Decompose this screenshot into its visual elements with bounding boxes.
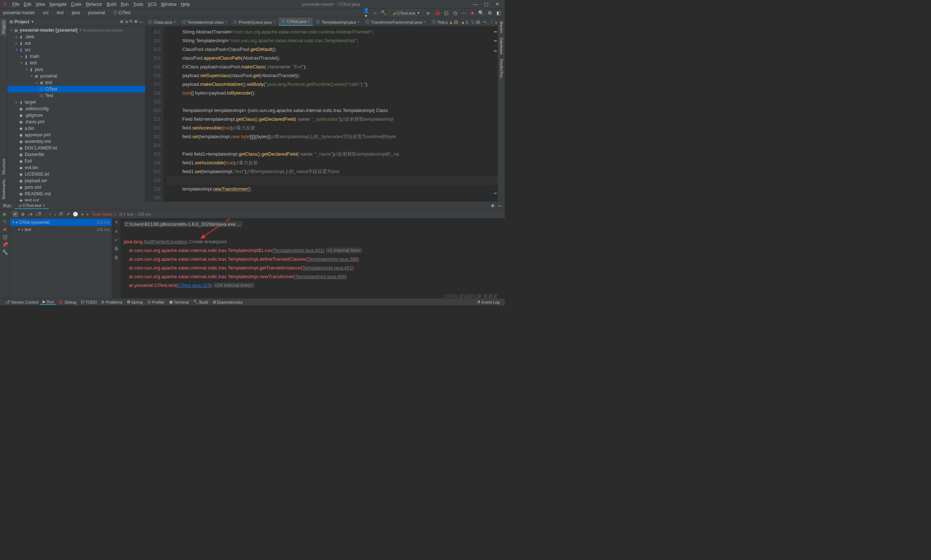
menu-file[interactable]: File: [10, 1, 22, 8]
minimize-button[interactable]: —: [470, 2, 481, 7]
scroll-bottom-icon[interactable]: ↡: [115, 229, 118, 234]
expand-all-icon[interactable]: ⇲: [125, 19, 128, 24]
debug-button[interactable]: 🐞: [434, 10, 441, 15]
error-stripe[interactable]: [493, 26, 497, 202]
close-tab-icon[interactable]: ×: [174, 20, 176, 24]
menu-run[interactable]: Run: [118, 1, 131, 8]
breadcrumb[interactable]: ysoserial-master〉src〉test〉java〉ysoserial…: [3, 10, 132, 16]
editor-tab[interactable]: ⒸTransformerFactoryImpl.java×: [363, 18, 429, 26]
settings-icon[interactable]: ✻: [134, 19, 137, 24]
search-icon[interactable]: 🔍: [478, 10, 485, 15]
tree-node[interactable]: ◉appveyor.yml: [7, 132, 145, 138]
menu-code[interactable]: Code: [69, 1, 84, 8]
bottom-tab-build[interactable]: 🔨Build: [191, 300, 210, 305]
wrench-icon[interactable]: 🔧: [2, 249, 8, 255]
tool-restful-tab[interactable]: RestfulToo...: [499, 57, 505, 83]
bottom-tab-debug[interactable]: 🐞Debug: [56, 300, 78, 305]
menu-view[interactable]: View: [34, 1, 47, 8]
close-tab-icon[interactable]: ×: [225, 20, 227, 24]
editor-tab[interactable]: ⒸClass.java×: [145, 18, 179, 26]
bottom-tab-dependencies[interactable]: ⊞Dependencies: [211, 300, 245, 305]
breadcrumb-item[interactable]: test: [57, 10, 64, 15]
show-passed-icon[interactable]: ✔: [12, 211, 18, 217]
editor-tab[interactable]: ⒸTemplatesImpl.class×: [179, 18, 231, 26]
sync-icon[interactable]: ↔: [372, 10, 378, 15]
select-opened-file-icon[interactable]: ⊕: [120, 19, 123, 24]
console-output[interactable]: C:\Users\91136\.jdks\corretto-1.8.0_332\…: [121, 218, 505, 298]
tree-node[interactable]: ◉a.bin: [7, 125, 145, 132]
soft-wrap-icon[interactable]: ↩: [115, 237, 118, 243]
breadcrumb-item[interactable]: ysoserial: [88, 10, 105, 15]
tree-node[interactable]: ⒸCiTest: [7, 86, 145, 92]
bottom-tab-terminal[interactable]: ▣Terminal: [167, 300, 191, 305]
stop-button[interactable]: ■: [4, 226, 6, 232]
code-content[interactable]: String AbstractTranslet="com.sun.org.apa…: [164, 26, 497, 202]
tree-node[interactable]: ▾▣ysoserial-master [ysoserial]F:\code\ys…: [7, 27, 145, 34]
tree-node[interactable]: ◉README.md: [7, 191, 145, 197]
test-node[interactable]: ▾ ● test126 ms: [10, 226, 112, 233]
menu-help[interactable]: Help: [179, 1, 192, 8]
build-icon[interactable]: 🔨: [380, 10, 387, 15]
tree-node[interactable]: ▸▮target: [7, 99, 145, 105]
maximize-button[interactable]: ▢: [481, 2, 492, 7]
tool-database-tab[interactable]: Database: [499, 35, 505, 57]
tree-node[interactable]: ◉DISCLAIMER.txt: [7, 145, 145, 151]
close-tab-icon[interactable]: ×: [273, 20, 275, 24]
clock-icon[interactable]: ⏱: [59, 212, 63, 217]
ide-updates-icon[interactable]: ◧: [496, 10, 502, 15]
user-icon[interactable]: 👤▾: [363, 8, 369, 18]
settings-icon[interactable]: ⚙: [486, 10, 493, 15]
expand-icon[interactable]: ↓: [54, 212, 56, 217]
bottom-tab-spring[interactable]: ✿Spring: [125, 300, 145, 305]
breadcrumb-item[interactable]: ysoserial-master: [3, 10, 35, 15]
tool-structure-tab[interactable]: Structure: [1, 156, 6, 177]
export-icon[interactable]: ↗: [66, 212, 70, 217]
bottom-tab-problems[interactable]: ⊘Problems: [99, 300, 125, 305]
run-hide-icon[interactable]: —: [497, 203, 502, 208]
close-tab-icon[interactable]: ×: [424, 20, 426, 24]
tree-node[interactable]: ◉evil.bin: [7, 165, 145, 171]
bottom-tab-profiler[interactable]: ◷Profiler: [145, 300, 167, 305]
collapse-icon[interactable]: ↑: [49, 212, 51, 217]
tree-node[interactable]: ◉payload.ser: [7, 177, 145, 184]
tree-node[interactable]: ▾▮java: [7, 66, 145, 73]
bottom-tab-version-control[interactable]: ⎇Version Control: [3, 300, 40, 305]
menu-navigate[interactable]: Navigate: [47, 1, 69, 8]
tree-node[interactable]: ▸▣test: [7, 79, 145, 86]
profile-icon[interactable]: ◷: [452, 10, 458, 15]
test-node[interactable]: ▾ ● CiTest (ysoserial)126 ms: [10, 218, 112, 226]
menu-edit[interactable]: Edit: [22, 1, 34, 8]
run-settings-icon[interactable]: ✻: [491, 203, 495, 208]
history-icon[interactable]: 🕙: [73, 212, 78, 217]
tree-node[interactable]: ◉pom.xml: [7, 184, 145, 191]
event-log-button[interactable]: ◔Event Log: [475, 300, 502, 305]
sort-alpha-icon[interactable]: ↓≡: [28, 212, 32, 217]
project-selector-dropdown[interactable]: ▼: [31, 20, 34, 24]
run-tab[interactable]: ◢CiTest.test×: [15, 202, 49, 209]
menu-tools[interactable]: Tools: [131, 1, 145, 8]
coverage-icon[interactable]: ◱: [443, 10, 449, 15]
hide-icon[interactable]: —: [139, 20, 143, 24]
tree-node[interactable]: ▸▮.idea: [7, 34, 145, 40]
tree-node[interactable]: ◉test.out: [7, 197, 145, 202]
menu-build[interactable]: Build: [105, 1, 118, 8]
bottom-tab-todo[interactable]: ☑TODO: [78, 300, 99, 305]
breadcrumb-item[interactable]: java: [72, 10, 80, 15]
attach-icon[interactable]: ⋯: [460, 10, 467, 15]
project-tree[interactable]: ▾▣ysoserial-master [ysoserial]F:\code\ys…: [7, 26, 145, 202]
rerun-failed-button[interactable]: ↻: [3, 219, 7, 225]
tool-project-tab[interactable]: Project: [1, 19, 6, 35]
scroll-top-icon[interactable]: ↟: [115, 220, 118, 225]
menu-refactor[interactable]: Refactor: [84, 1, 105, 8]
close-button[interactable]: ✕: [492, 2, 503, 7]
tree-node[interactable]: ◉.editorconfig: [7, 105, 145, 112]
project-view-icon[interactable]: ▤: [9, 19, 13, 24]
clear-icon[interactable]: 🗑: [114, 255, 118, 260]
layout-icon[interactable]: ◫: [3, 234, 7, 240]
tree-node[interactable]: ◉.gitignore: [7, 112, 145, 118]
tree-node[interactable]: ◉Evil: [7, 158, 145, 165]
sort-time-icon[interactable]: ↓⏱: [35, 212, 42, 217]
tool-maven-tab[interactable]: Maven: [499, 19, 505, 35]
editor-tab[interactable]: ⒸTemplatesImpl.java×: [313, 18, 363, 26]
tree-node[interactable]: ◉.travis.yml: [7, 118, 145, 125]
